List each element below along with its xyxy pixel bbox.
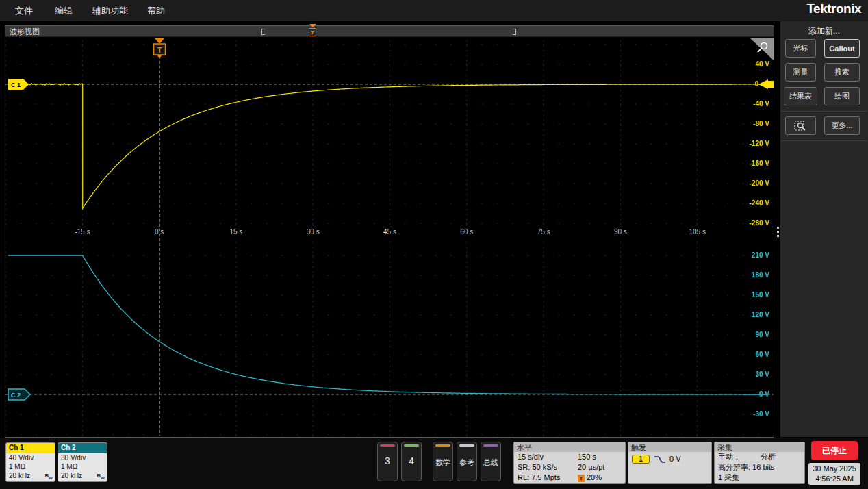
menu-bar: 文件 编辑 辅助功能 帮助 Tektronix bbox=[0, 0, 868, 21]
falling-edge-icon bbox=[654, 455, 666, 464]
time-text: 4:56:25 AM bbox=[808, 474, 860, 484]
channel2-scale: 30 V/div bbox=[58, 453, 107, 462]
acquisition-mode: 手动， bbox=[718, 452, 761, 462]
datetime-display: 30 May 2025 4:56:25 AM bbox=[808, 463, 860, 485]
channel4-button[interactable]: 4 bbox=[401, 442, 422, 481]
trace-layer: T C 1 C 2 bbox=[5, 37, 774, 437]
plot-button[interactable]: 绘图 bbox=[824, 87, 860, 105]
c1-level-arrow-tail bbox=[768, 81, 774, 88]
trigger-level: 0 V bbox=[669, 454, 681, 464]
zoom-select-icon bbox=[793, 120, 808, 132]
channel2-impedance: 1 MΩ bbox=[58, 462, 107, 471]
ref-color-stripe bbox=[459, 444, 474, 447]
menu-help[interactable]: 帮助 bbox=[143, 0, 169, 21]
trigger-flag-label: T bbox=[157, 46, 162, 54]
channel1-badge[interactable]: Ch 1 40 V/div 1 MΩ 20 kHz BW bbox=[5, 442, 55, 482]
stopped-button[interactable]: 已停止 bbox=[811, 441, 858, 460]
channel1-bw-limit-icon: BW bbox=[45, 473, 53, 480]
measure-button[interactable]: 测量 bbox=[785, 63, 816, 82]
horizontal-panel-title: 水平 bbox=[514, 442, 625, 452]
trigger-flag-triangle-icon[interactable] bbox=[155, 38, 164, 44]
channel2-trace[interactable] bbox=[8, 255, 768, 394]
zoom-select-button[interactable] bbox=[785, 116, 816, 135]
horizontal-panel[interactable]: 水平 15 s/div 150 s SR: 50 kS/s 20 µs/pt R… bbox=[513, 442, 626, 484]
acquisition-detail: 高分辨率: 16 bits bbox=[718, 462, 775, 473]
oscilloscope-screen: 文件 编辑 辅助功能 帮助 Tektronix 波形视图 T -15 s0 s1… bbox=[0, 0, 868, 489]
tektronix-logo: Tektronix bbox=[806, 1, 861, 16]
minimap-left-bracket bbox=[261, 29, 265, 35]
bottom-status-bar: Ch 1 40 V/div 1 MΩ 20 kHz BW Ch 2 30 V/d… bbox=[0, 438, 868, 489]
horizontal-resolution: 20 µs/pt bbox=[578, 462, 604, 473]
bus-color-stripe bbox=[483, 444, 498, 447]
horizontal-position-minimap[interactable]: T bbox=[260, 26, 518, 37]
zoom-corner-button[interactable] bbox=[750, 38, 774, 60]
horizontal-span: 150 s bbox=[578, 452, 596, 462]
c1-channel-flag-label: C 1 bbox=[11, 82, 21, 88]
horizontal-record-length: RL: 7.5 Mpts bbox=[518, 473, 578, 483]
sidebar-divider bbox=[782, 111, 867, 112]
trigger-source-chip: 1 bbox=[632, 455, 650, 464]
math-button[interactable]: 数学 bbox=[433, 442, 453, 481]
math-color-stripe bbox=[435, 444, 450, 447]
channel1-scale: 40 V/div bbox=[6, 453, 55, 462]
bus-button[interactable]: 总线 bbox=[481, 442, 501, 481]
acquisition-panel[interactable]: 采集 手动， 分析 高分辨率: 16 bits 1 采集 bbox=[714, 442, 805, 484]
channel1-badge-header: Ch 1 bbox=[6, 443, 55, 453]
right-sidebar: 添加新... 光标 Callout 测量 搜索 结果表 绘图 更多... bbox=[780, 21, 868, 437]
horizontal-scale: 15 s/div bbox=[518, 452, 578, 462]
channel2-badge-header: Ch 2 bbox=[58, 443, 107, 453]
trigger-panel[interactable]: 触发 1 0 V bbox=[628, 442, 712, 484]
waveform-view-titlebar[interactable]: 波形视图 T bbox=[5, 26, 774, 37]
acquisition-count: 1 采集 bbox=[718, 473, 739, 483]
c1-level-arrow-icon[interactable] bbox=[758, 79, 768, 89]
waveform-view-title: 波形视图 bbox=[10, 27, 40, 37]
channel1-impedance: 1 MΩ bbox=[6, 462, 55, 471]
ref-button[interactable]: 参考 bbox=[457, 442, 477, 481]
channel3-color-stripe bbox=[380, 444, 395, 447]
channel2-bw-limit-icon: BW bbox=[97, 473, 105, 480]
date-text: 30 May 2025 bbox=[808, 464, 860, 474]
menu-utility[interactable]: 辅助功能 bbox=[88, 0, 132, 21]
minimap-trigger-marker[interactable]: T bbox=[309, 28, 316, 36]
search-button[interactable]: 搜索 bbox=[824, 63, 860, 82]
horizontal-trigger-pos: 20% bbox=[587, 473, 602, 481]
results-table-button[interactable]: 结果表 bbox=[784, 87, 817, 105]
horizontal-sample-rate: SR: 50 kS/s bbox=[518, 462, 578, 473]
menu-file[interactable]: 文件 bbox=[11, 0, 37, 21]
sidebar-divider-2 bbox=[782, 140, 867, 141]
c2-channel-flag-label: C 2 bbox=[11, 392, 21, 399]
pane-splitter-handle[interactable] bbox=[775, 225, 780, 240]
acquisition-panel-title: 采集 bbox=[715, 442, 804, 452]
trigger-flag-tail-icon bbox=[157, 55, 162, 58]
minimap-trigger-triangle-icon bbox=[309, 24, 316, 27]
trigger-panel-title: 触发 bbox=[628, 442, 711, 452]
minimap-right-bracket bbox=[513, 29, 516, 35]
channel2-badge[interactable]: Ch 2 30 V/div 1 MΩ 20 kHz BW bbox=[58, 442, 107, 482]
add-new-label: 添加新... bbox=[780, 25, 868, 37]
more-button[interactable]: 更多... bbox=[824, 116, 860, 135]
acquisition-analyze: 分析 bbox=[761, 452, 776, 462]
menu-edit[interactable]: 编辑 bbox=[51, 0, 77, 21]
trigger-position-icon: T bbox=[578, 475, 585, 482]
magnifier-handle-icon bbox=[758, 49, 762, 53]
minimap-track bbox=[264, 32, 513, 32]
channel3-button[interactable]: 3 bbox=[377, 442, 398, 481]
channel1-trace[interactable] bbox=[8, 84, 768, 209]
channel4-color-stripe bbox=[404, 444, 419, 447]
waveform-view-window: 波形视图 T -15 s0 s15 s30 s45 s60 s75 s90 s1… bbox=[5, 26, 774, 437]
callout-button[interactable]: Callout bbox=[824, 39, 860, 58]
cursor-button[interactable]: 光标 bbox=[785, 39, 816, 58]
